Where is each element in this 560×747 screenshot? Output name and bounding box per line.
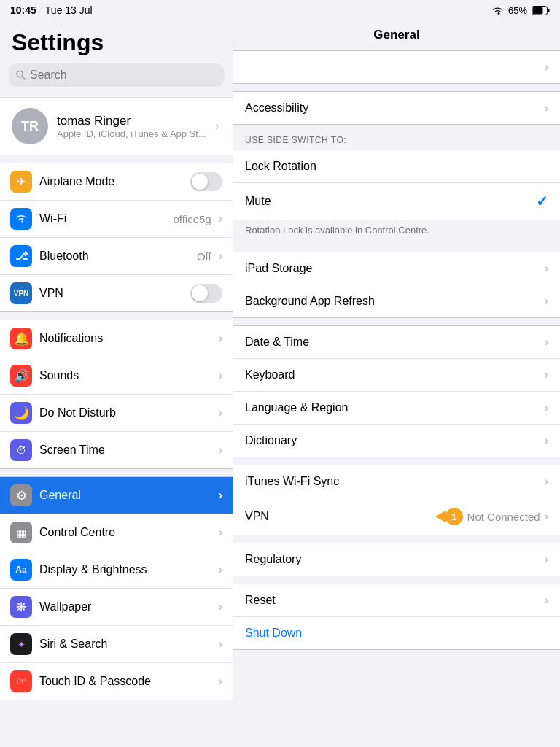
vpn-badge-arrow <box>435 511 446 522</box>
side-switch-header: USE SIDE SWITCH TO: <box>233 125 560 150</box>
search-input[interactable] <box>30 69 217 82</box>
svg-rect-1 <box>548 9 550 12</box>
screentime-icon-wrap: ⏱ <box>10 439 32 461</box>
right-group-sync: iTunes Wi-Fi Sync › VPN 1 Not Connected … <box>233 465 560 535</box>
sidebar-item-touchid[interactable]: ☞ Touch ID & Passcode › <box>0 663 233 700</box>
sidebar-item-donotdisturb[interactable]: 🌙 Do Not Disturb › <box>0 395 233 432</box>
wifi-icon-wrap <box>10 208 32 230</box>
sounds-chevron: › <box>219 369 222 382</box>
airplane-label: Airplane Mode <box>39 175 183 188</box>
avatar: TR <box>12 108 48 144</box>
sidebar-item-controlcentre[interactable]: ▦ Control Centre › <box>0 514 233 551</box>
touchid-icon: ☞ <box>17 675 26 688</box>
right-header: General <box>233 20 560 50</box>
sirisearch-label: Siri & Search <box>39 638 211 651</box>
shutdown-label: Shut Down <box>245 627 548 640</box>
right-top-partial: › <box>233 50 560 84</box>
displaybrightness-label: Display & Brightness <box>39 563 211 576</box>
regulatory-chevron: › <box>545 553 548 566</box>
sidebar-item-sirisearch[interactable]: ✦ Siri & Search › <box>0 626 233 663</box>
sidebar-item-vpn[interactable]: VPN VPN <box>0 275 233 311</box>
right-row-backgroundapprefresh[interactable]: Background App Refresh › <box>233 285 560 317</box>
dictionary-chevron: › <box>545 434 548 447</box>
right-row-dictionary[interactable]: Dictionary › <box>233 425 560 457</box>
bluetooth-label: Bluetooth <box>39 249 190 263</box>
general-icon: ⚙ <box>16 488 27 503</box>
bluetooth-icon: ⎇ <box>15 249 28 263</box>
notifications-icon-wrap: 🔔 <box>10 328 32 349</box>
sounds-icon-wrap: 🔊 <box>10 365 32 387</box>
touchid-icon-wrap: ☞ <box>10 670 32 692</box>
screentime-icon: ⏱ <box>16 444 26 456</box>
sidebar-item-screentime[interactable]: ⏱ Screen Time › <box>0 432 233 468</box>
top-partial-chevron: › <box>545 61 548 74</box>
right-row-lockrotation[interactable]: Lock Rotation <box>233 150 560 183</box>
sirisearch-icon: ✦ <box>18 639 26 650</box>
search-icon <box>16 70 26 80</box>
right-row-keyboard[interactable]: Keyboard › <box>233 359 560 392</box>
donotdisturb-label: Do Not Disturb <box>39 406 211 419</box>
sidebar: Settings TR tomas Ringer Apple ID, iClou… <box>0 20 233 747</box>
donotdisturb-icon-wrap: 🌙 <box>10 402 32 424</box>
sidebar-item-airplane[interactable]: ✈ Airplane Mode <box>0 163 233 201</box>
right-group-accessibility: Accessibility › <box>233 91 560 125</box>
datetime-label: Date & Time <box>245 336 545 349</box>
languageregion-chevron: › <box>545 401 548 414</box>
sidebar-item-bluetooth[interactable]: ⎇ Bluetooth Off › <box>0 238 233 275</box>
ipadstorage-chevron: › <box>545 262 548 275</box>
right-group-reset: Reset › Shut Down <box>233 584 560 650</box>
airplane-toggle[interactable] <box>190 172 222 191</box>
backgroundapprefresh-label: Background App Refresh <box>245 295 545 308</box>
vpn-badge-wrap: 1 <box>435 508 467 525</box>
sidebar-item-sounds[interactable]: 🔊 Sounds › <box>0 357 233 395</box>
screentime-chevron: › <box>219 444 222 457</box>
wifi-chevron: › <box>219 212 222 225</box>
wifi-sidebar-icon <box>15 214 28 224</box>
right-row-regulatory[interactable]: Regulatory › <box>233 543 560 576</box>
profile-name: tomas Ringer <box>57 114 206 128</box>
sidebar-item-notifications[interactable]: 🔔 Notifications › <box>0 320 233 357</box>
right-row-ituneswifisync[interactable]: iTunes Wi-Fi Sync › <box>233 465 560 498</box>
status-date: Tue 13 Jul <box>45 4 93 16</box>
sirisearch-chevron: › <box>219 638 222 651</box>
search-bar[interactable] <box>9 63 224 87</box>
sounds-label: Sounds <box>39 369 211 382</box>
right-row-shutdown[interactable]: Shut Down <box>233 617 560 649</box>
keyboard-label: Keyboard <box>245 368 545 382</box>
right-row-ipadstorage[interactable]: iPad Storage › <box>233 252 560 285</box>
status-right-icons: 65% <box>491 5 550 16</box>
sounds-icon: 🔊 <box>14 368 29 384</box>
dictionary-label: Dictionary <box>245 434 545 447</box>
settings-group-connectivity: ✈ Airplane Mode Wi-Fi office5g › <box>0 163 233 312</box>
right-row-datetime[interactable]: Date & Time › <box>233 326 560 359</box>
notifications-label: Notifications <box>39 332 211 345</box>
lockrotation-label: Lock Rotation <box>245 160 548 173</box>
sirisearch-icon-wrap: ✦ <box>10 633 32 655</box>
bluetooth-value: Off <box>197 250 211 263</box>
profile-row[interactable]: TR tomas Ringer Apple ID, iCloud, iTunes… <box>0 97 233 155</box>
battery-icon <box>532 6 550 15</box>
right-row-vpn[interactable]: VPN 1 Not Connected › <box>233 498 560 535</box>
right-row-languageregion[interactable]: Language & Region › <box>233 392 560 425</box>
sidebar-item-wifi[interactable]: Wi-Fi office5g › <box>0 201 233 238</box>
vpn-sidebar-toggle[interactable] <box>190 284 222 303</box>
right-row-accessibility[interactable]: Accessibility › <box>233 92 560 124</box>
notifications-chevron: › <box>219 332 222 345</box>
controlcentre-icon-wrap: ▦ <box>10 522 32 543</box>
donotdisturb-icon: 🌙 <box>14 406 29 421</box>
mute-checkmark: ✓ <box>536 193 548 210</box>
sidebar-item-general[interactable]: ⚙ General › <box>0 477 233 514</box>
right-row-mute[interactable]: Mute ✓ <box>233 183 560 220</box>
regulatory-label: Regulatory <box>245 553 545 566</box>
sidebar-item-wallpaper[interactable]: ❋ Wallpaper › <box>0 589 233 626</box>
reset-chevron: › <box>545 594 548 607</box>
notifications-icon: 🔔 <box>14 331 29 347</box>
displaybrightness-icon: Aa <box>15 565 26 575</box>
right-row-reset[interactable]: Reset › <box>233 584 560 617</box>
vpn-right-value: Not Connected <box>467 511 540 523</box>
wifi-value: office5g <box>173 213 211 225</box>
sidebar-item-displaybrightness[interactable]: Aa Display & Brightness › <box>0 551 233 589</box>
controlcentre-chevron: › <box>219 526 222 539</box>
ituneswifisync-chevron: › <box>545 475 548 488</box>
touchid-label: Touch ID & Passcode <box>39 675 211 688</box>
